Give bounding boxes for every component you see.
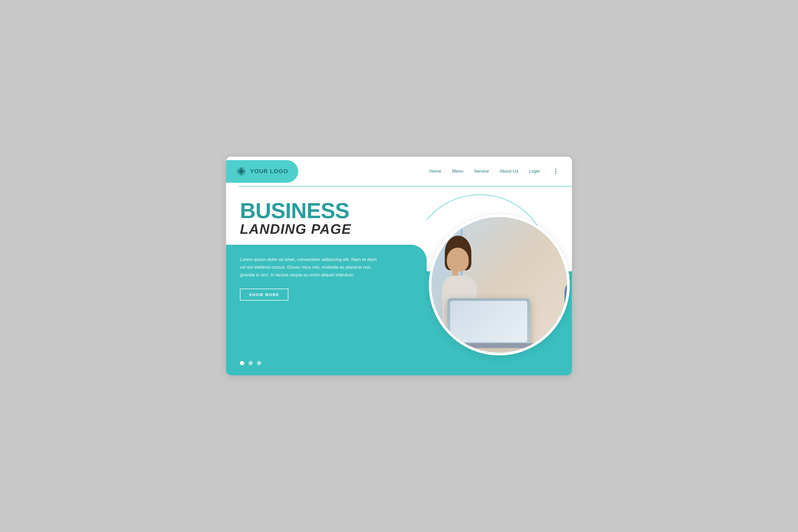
- nav-home[interactable]: Home: [429, 169, 441, 174]
- carousel-dots: [226, 353, 261, 368]
- logo-text: YOUR LOGO: [250, 168, 288, 175]
- carousel-dot-1[interactable]: [240, 361, 244, 365]
- show-more-button[interactable]: SHOW MORE: [240, 289, 288, 301]
- nav-menu[interactable]: Menu: [452, 169, 463, 174]
- right-section: [427, 187, 572, 375]
- page-wrapper: YOUR LOGO Home Menu Service About Us Log…: [226, 157, 572, 375]
- nav-service[interactable]: Service: [474, 169, 489, 174]
- hero-title-landing: LANDING PAGE: [240, 222, 427, 237]
- hero-image: [429, 214, 570, 355]
- carousel-dot-3[interactable]: [257, 361, 261, 365]
- nav-links: Home Menu Service About Us Login ⋮: [298, 168, 559, 175]
- main-content: BUSINESS LANDING PAGE Lorem ipsum dolor …: [226, 187, 572, 375]
- circle-image-content: [432, 217, 567, 353]
- header: YOUR LOGO Home Menu Service About Us Log…: [226, 157, 572, 186]
- nav-login[interactable]: Login: [529, 169, 540, 174]
- teal-section: Lorem ipsum dolor sit amet, consectetur …: [226, 245, 427, 375]
- hero-title-business: BUSINESS: [240, 200, 427, 222]
- logo-area[interactable]: YOUR LOGO: [226, 160, 298, 183]
- carousel-dot-2[interactable]: [248, 361, 253, 365]
- left-section: BUSINESS LANDING PAGE Lorem ipsum dolor …: [226, 187, 427, 375]
- diamond-icon: [236, 166, 246, 176]
- hero-body-text: Lorem ipsum dolor sit amet, consectetur …: [240, 256, 378, 279]
- more-menu-icon[interactable]: ⋮: [553, 168, 559, 175]
- nav-about-us[interactable]: About Us: [499, 169, 518, 174]
- hero-text-area: BUSINESS LANDING PAGE: [226, 187, 427, 245]
